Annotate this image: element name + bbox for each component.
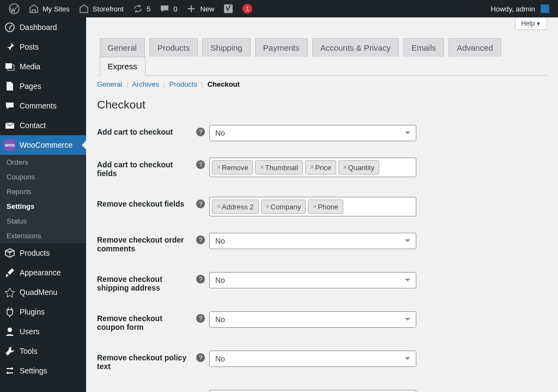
label-remove-fields: Remove checkout fields: [97, 189, 195, 225]
admin-bar: My Sites Storefront 5 0 New 1 Howdy, adm…: [0, 0, 558, 17]
submenu-coupons[interactable]: Coupons: [0, 170, 86, 184]
tab-express[interactable]: Express: [100, 57, 145, 76]
multiselect-remove-fields[interactable]: ×Address 2 ×Company ×Phone: [209, 197, 416, 216]
woocommerce-icon: woo: [4, 140, 15, 150]
label-remove-policy: Remove checkout policy text: [97, 342, 195, 382]
help-tip-icon[interactable]: ?: [196, 236, 205, 244]
menu-appearance-label: Appearance: [20, 268, 61, 277]
menu-tools[interactable]: Tools: [0, 341, 86, 361]
chevron-down-icon: ▼: [536, 21, 541, 27]
menu-dashboard[interactable]: Dashboard: [0, 17, 86, 37]
mail-icon: [4, 120, 15, 131]
menu-contact-label: Contact: [20, 121, 46, 130]
tab-products[interactable]: Products: [149, 38, 198, 57]
site-name[interactable]: Storefront: [74, 0, 128, 17]
tools-icon: [4, 346, 15, 357]
subtab-general[interactable]: General: [97, 80, 122, 88]
select-remove-terms[interactable]: No: [209, 390, 416, 392]
tag-remove-x[interactable]: ×: [217, 164, 221, 171]
help-tip-icon[interactable]: ?: [196, 353, 205, 362]
help-tip-icon[interactable]: ?: [196, 314, 205, 323]
tab-shipping[interactable]: Shipping: [202, 38, 250, 57]
submenu-reports[interactable]: Reports: [0, 184, 86, 199]
users-icon: [4, 326, 15, 337]
tag-remove: ×Remove: [212, 160, 253, 174]
home-icon: [78, 3, 89, 14]
content-area: Help▼ General Products Shipping Payments…: [86, 17, 558, 392]
notifications-bar[interactable]: 1: [238, 0, 257, 17]
menu-posts-label: Posts: [20, 43, 39, 51]
tag-address2: ×Address 2: [212, 200, 259, 214]
tag-remove-x[interactable]: ×: [310, 164, 314, 171]
select-add-cart[interactable]: No: [209, 125, 416, 141]
my-account[interactable]: Howdy, admin: [487, 0, 554, 17]
menu-dashboard-label: Dashboard: [20, 23, 57, 32]
submenu-settings[interactable]: Settings: [0, 199, 86, 214]
help-tip-icon[interactable]: ?: [196, 275, 205, 284]
site-name-label: Storefront: [93, 5, 124, 13]
tag-remove-x[interactable]: ×: [343, 164, 347, 171]
comments-icon: [4, 100, 15, 111]
updates[interactable]: 5: [128, 0, 155, 17]
tag-remove-x[interactable]: ×: [260, 164, 264, 171]
select-remove-coupon[interactable]: No: [209, 311, 416, 328]
section-title: Checkout: [97, 98, 547, 111]
select-remove-comments[interactable]: No: [209, 233, 416, 249]
tab-emails[interactable]: Emails: [403, 38, 444, 57]
submenu-extensions[interactable]: Extensions: [0, 228, 86, 243]
tag-remove-x[interactable]: ×: [313, 203, 317, 210]
wp-logo[interactable]: [4, 0, 24, 17]
help-tab[interactable]: Help▼: [515, 17, 547, 30]
tab-general[interactable]: General: [100, 38, 145, 57]
updates-count: 5: [147, 5, 150, 13]
help-tip-icon[interactable]: ?: [196, 160, 205, 169]
tab-payments[interactable]: Payments: [255, 38, 308, 57]
menu-woocommerce-label: WooCommerce: [20, 141, 72, 149]
menu-comments[interactable]: Comments: [0, 96, 86, 116]
menu-media[interactable]: Media: [0, 57, 86, 76]
yoast-bar[interactable]: [219, 0, 238, 17]
help-tip-icon[interactable]: ?: [196, 200, 205, 208]
submenu-orders[interactable]: Orders: [0, 155, 86, 170]
menu-posts[interactable]: Posts: [0, 37, 86, 57]
menu-contact[interactable]: Contact: [0, 116, 86, 135]
subtab-archives[interactable]: Archives: [132, 80, 159, 88]
select-remove-policy[interactable]: No: [209, 351, 416, 367]
subsection-nav: General | Archives | Products | Checkout: [97, 80, 547, 88]
menu-users[interactable]: Users: [0, 322, 86, 341]
select-remove-shipping[interactable]: No: [209, 272, 416, 288]
dashboard-icon: [4, 22, 15, 33]
plus-icon: [186, 3, 197, 14]
subtab-products[interactable]: Products: [169, 80, 197, 88]
settings-tabs: General Products Shipping Payments Accou…: [97, 33, 547, 76]
comments-bar[interactable]: 0: [155, 0, 181, 17]
comment-icon: [159, 3, 170, 14]
menu-woocommerce[interactable]: woo WooCommerce: [0, 135, 86, 155]
tag-phone: ×Phone: [308, 200, 343, 214]
media-icon: [4, 61, 15, 72]
comments-count: 0: [173, 5, 177, 13]
wordpress-icon: [9, 3, 20, 14]
tag-remove-x[interactable]: ×: [217, 203, 221, 210]
refresh-icon: [132, 3, 143, 14]
submenu-status[interactable]: Status: [0, 214, 86, 228]
my-sites[interactable]: My Sites: [24, 0, 74, 17]
help-label: Help: [521, 20, 535, 27]
menu-comments-label: Comments: [20, 101, 57, 110]
menu-pages[interactable]: Pages: [0, 76, 86, 96]
menu-settings[interactable]: Settings: [0, 361, 86, 381]
multiselect-add-cart-fields[interactable]: ×Remove ×Thumbnail ×Price ×Quantity: [209, 158, 416, 177]
menu-quadmenu[interactable]: QuadMenu: [0, 282, 86, 302]
brush-icon: [4, 267, 15, 278]
tag-remove-x[interactable]: ×: [266, 203, 270, 210]
menu-products[interactable]: Products: [0, 243, 86, 263]
new-content[interactable]: New: [181, 0, 219, 17]
howdy-label: Howdy, admin: [491, 5, 535, 13]
tab-accounts[interactable]: Accounts & Privacy: [312, 38, 399, 57]
menu-plugins[interactable]: Plugins: [0, 302, 86, 322]
label-remove-shipping: Remove checkout shipping address: [97, 264, 195, 303]
label-remove-comments: Remove checkout order comments: [97, 225, 195, 264]
menu-appearance[interactable]: Appearance: [0, 263, 86, 282]
tab-advanced[interactable]: Advanced: [448, 38, 501, 57]
help-tip-icon[interactable]: ?: [196, 128, 205, 136]
